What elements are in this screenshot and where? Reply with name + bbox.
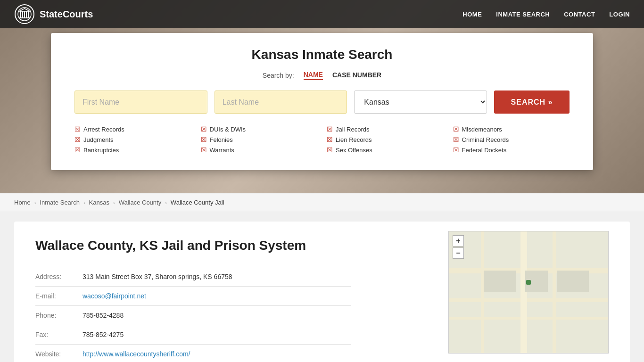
check-icon: ☒ bbox=[327, 136, 333, 143]
email-label: E-mail: bbox=[35, 287, 83, 306]
state-select[interactable]: Kansas Alabama Alaska bbox=[354, 90, 487, 114]
checkbox-label: Federal Dockets bbox=[462, 147, 507, 154]
search-button[interactable]: SEARCH » bbox=[494, 90, 570, 114]
checkbox-item: ☒Lien Records bbox=[327, 136, 444, 143]
checkbox-item: ☒Arrest Records bbox=[74, 125, 191, 133]
check-icon: ☒ bbox=[201, 125, 207, 133]
check-icon: ☒ bbox=[453, 146, 459, 154]
website-value: http://www.wallacecountysheriff.com/ bbox=[83, 345, 351, 362]
logo-text[interactable]: StateCourts bbox=[40, 9, 93, 20]
header: StateCourts HOME INMATE SEARCH CONTACT L… bbox=[0, 0, 644, 28]
map-zoom-out[interactable]: − bbox=[453, 247, 464, 259]
check-icon: ☒ bbox=[327, 146, 333, 154]
nav-home[interactable]: HOME bbox=[462, 11, 482, 18]
checkbox-item: ☒Jail Records bbox=[327, 125, 444, 133]
map-zoom-in[interactable]: + bbox=[453, 235, 464, 247]
nav-login[interactable]: LOGIN bbox=[609, 11, 630, 18]
first-name-input[interactable] bbox=[74, 90, 207, 114]
address-value: 313 Main Street Box 37, Sharon springs, … bbox=[83, 267, 351, 287]
checkbox-label: Lien Records bbox=[336, 136, 372, 143]
breadcrumb-sep-4: › bbox=[165, 200, 167, 206]
map-marker bbox=[526, 280, 531, 285]
check-icon: ☒ bbox=[74, 136, 81, 143]
phone-value: 785-852-4288 bbox=[83, 306, 351, 325]
email-value: wacoso@fairpoint.net bbox=[83, 287, 351, 306]
breadcrumb: Home › Inmate Search › Kansas › Wallace … bbox=[0, 194, 644, 211]
checkbox-label: Criminal Records bbox=[462, 136, 509, 143]
nav-contact[interactable]: CONTACT bbox=[564, 11, 595, 18]
main-nav: HOME INMATE SEARCH CONTACT LOGIN bbox=[462, 11, 630, 18]
checkbox-label: Felonies bbox=[210, 136, 233, 143]
checkbox-item: ☒Felonies bbox=[201, 136, 318, 143]
checkbox-label: Arrest Records bbox=[83, 126, 124, 133]
search-by-row: Search by: NAME CASE NUMBER bbox=[74, 71, 570, 80]
checkbox-item: ☒Federal Dockets bbox=[453, 146, 570, 154]
email-row: E-mail: wacoso@fairpoint.net bbox=[35, 287, 351, 306]
logo-area[interactable]: StateCourts bbox=[14, 4, 93, 25]
address-row: Address: 313 Main Street Box 37, Sharon … bbox=[35, 267, 351, 287]
check-icon: ☒ bbox=[201, 136, 207, 143]
check-icon: ☒ bbox=[327, 125, 333, 133]
breadcrumb-kansas[interactable]: Kansas bbox=[89, 199, 109, 206]
search-fields-row: Kansas Alabama Alaska SEARCH » bbox=[74, 90, 570, 114]
website-row: Website: http://www.wallacecountysheriff… bbox=[35, 345, 351, 362]
address-label: Address: bbox=[35, 267, 83, 287]
checkbox-label: Judgments bbox=[83, 136, 114, 143]
logo-icon bbox=[14, 4, 35, 25]
breadcrumb-home[interactable]: Home bbox=[14, 199, 31, 206]
checkbox-item: ☒Misdemeanors bbox=[453, 125, 570, 133]
checkbox-item: ☒Criminal Records bbox=[453, 136, 570, 143]
website-link[interactable]: http://www.wallacecountysheriff.com/ bbox=[83, 350, 190, 358]
checkbox-item: ☒Warrants bbox=[201, 146, 318, 154]
check-icon: ☒ bbox=[74, 146, 81, 154]
checkbox-label: Jail Records bbox=[336, 126, 370, 133]
phone-label: Phone: bbox=[35, 306, 83, 325]
website-label: Website: bbox=[35, 345, 83, 362]
check-icon: ☒ bbox=[201, 146, 207, 154]
breadcrumb-sep-2: › bbox=[83, 200, 85, 206]
check-icon: ☒ bbox=[453, 125, 459, 133]
check-icon: ☒ bbox=[453, 136, 459, 143]
phone-row: Phone: 785-852-4288 bbox=[35, 306, 351, 325]
map-container: + − bbox=[448, 231, 609, 354]
fax-row: Fax: 785-852-4275 bbox=[35, 325, 351, 345]
fax-label: Fax: bbox=[35, 325, 83, 345]
checkbox-item: ☒Sex Offenses bbox=[327, 146, 444, 154]
search-title: Kansas Inmate Search bbox=[74, 47, 570, 62]
breadcrumb-current: Wallace County Jail bbox=[171, 199, 224, 206]
checkbox-label: Sex Offenses bbox=[336, 147, 372, 154]
tab-name[interactable]: NAME bbox=[304, 71, 323, 80]
breadcrumb-inmate-search[interactable]: Inmate Search bbox=[40, 199, 80, 206]
fax-value: 785-852-4275 bbox=[83, 325, 351, 345]
check-icon: ☒ bbox=[74, 125, 81, 133]
tab-case-number[interactable]: CASE NUMBER bbox=[332, 71, 381, 80]
last-name-input[interactable] bbox=[215, 90, 347, 114]
checkbox-label: Bankruptcies bbox=[83, 147, 119, 154]
nav-inmate-search[interactable]: INMATE SEARCH bbox=[496, 11, 550, 18]
checkbox-label: Misdemeanors bbox=[462, 126, 502, 133]
breadcrumb-sep-1: › bbox=[34, 200, 36, 206]
search-card: Kansas Inmate Search Search by: NAME CAS… bbox=[51, 33, 593, 170]
checkbox-label: Warrants bbox=[210, 147, 234, 154]
breadcrumb-sep-3: › bbox=[113, 200, 115, 206]
breadcrumb-wallace-county[interactable]: Wallace County bbox=[119, 199, 162, 206]
checkboxes-grid: ☒Arrest Records☒DUIs & DWIs☒Jail Records… bbox=[74, 125, 570, 154]
checkbox-item: ☒DUIs & DWIs bbox=[201, 125, 318, 133]
checkbox-item: ☒Judgments bbox=[74, 136, 191, 143]
info-table: Address: 313 Main Street Box 37, Sharon … bbox=[35, 267, 351, 362]
checkbox-label: DUIs & DWIs bbox=[210, 126, 246, 133]
checkbox-item: ☒Bankruptcies bbox=[74, 146, 191, 154]
search-by-label: Search by: bbox=[263, 72, 294, 79]
email-link[interactable]: wacoso@fairpoint.net bbox=[83, 292, 146, 300]
